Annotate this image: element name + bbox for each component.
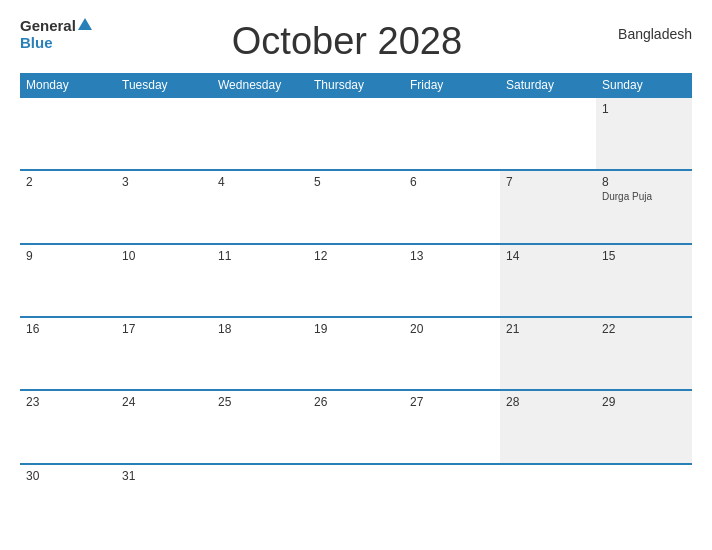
calendar-cell: 21 [500, 318, 596, 389]
calendar-cell [116, 98, 212, 169]
weekday-header: Monday [20, 73, 116, 96]
month-title: October 2028 [92, 20, 602, 63]
calendar-cell [596, 465, 692, 536]
logo-general-text: General [20, 18, 76, 35]
day-number: 2 [26, 175, 110, 189]
calendar-cell: 6 [404, 171, 500, 242]
weekday-header: Tuesday [116, 73, 212, 96]
calendar-cell: 29 [596, 391, 692, 462]
day-number: 15 [602, 249, 686, 263]
calendar-body: 12345678Durga Puja9101112131415161718192… [20, 96, 692, 536]
day-number: 26 [314, 395, 398, 409]
day-number: 1 [602, 102, 686, 116]
day-number: 29 [602, 395, 686, 409]
calendar-row: 16171819202122 [20, 316, 692, 389]
page: General Blue October 2028 Bangladesh Mon… [0, 0, 712, 550]
country-label: Bangladesh [602, 26, 692, 42]
weekday-header: Friday [404, 73, 500, 96]
calendar: MondayTuesdayWednesdayThursdayFridaySatu… [20, 73, 692, 536]
calendar-cell [308, 98, 404, 169]
day-number: 22 [602, 322, 686, 336]
calendar-cell: 14 [500, 245, 596, 316]
calendar-cell: 28 [500, 391, 596, 462]
day-number: 25 [218, 395, 302, 409]
calendar-cell: 9 [20, 245, 116, 316]
day-number: 20 [410, 322, 494, 336]
holiday-label: Durga Puja [602, 191, 686, 202]
calendar-cell: 24 [116, 391, 212, 462]
calendar-cell: 5 [308, 171, 404, 242]
calendar-cell: 10 [116, 245, 212, 316]
calendar-cell: 25 [212, 391, 308, 462]
calendar-cell: 16 [20, 318, 116, 389]
calendar-cell [404, 98, 500, 169]
calendar-cell: 23 [20, 391, 116, 462]
calendar-cell: 8Durga Puja [596, 171, 692, 242]
calendar-cell [20, 98, 116, 169]
calendar-cell [308, 465, 404, 536]
day-number: 16 [26, 322, 110, 336]
calendar-cell [212, 98, 308, 169]
day-number: 24 [122, 395, 206, 409]
day-number: 13 [410, 249, 494, 263]
logo-triangle-icon [78, 18, 92, 30]
calendar-cell: 26 [308, 391, 404, 462]
day-number: 21 [506, 322, 590, 336]
day-number: 9 [26, 249, 110, 263]
calendar-row: 23242526272829 [20, 389, 692, 462]
weekday-header: Thursday [308, 73, 404, 96]
day-number: 8 [602, 175, 686, 189]
day-number: 11 [218, 249, 302, 263]
day-number: 19 [314, 322, 398, 336]
day-number: 28 [506, 395, 590, 409]
calendar-cell: 27 [404, 391, 500, 462]
logo: General Blue [20, 18, 92, 51]
day-number: 7 [506, 175, 590, 189]
logo-blue-text: Blue [20, 35, 53, 52]
calendar-cell: 30 [20, 465, 116, 536]
calendar-cell: 7 [500, 171, 596, 242]
header: General Blue October 2028 Bangladesh [20, 18, 692, 63]
weekday-header: Sunday [596, 73, 692, 96]
calendar-cell: 3 [116, 171, 212, 242]
calendar-cell: 13 [404, 245, 500, 316]
weekday-header: Wednesday [212, 73, 308, 96]
calendar-row: 1 [20, 96, 692, 169]
calendar-row: 3031 [20, 463, 692, 536]
day-number: 30 [26, 469, 110, 483]
calendar-cell: 12 [308, 245, 404, 316]
day-number: 23 [26, 395, 110, 409]
calendar-cell: 20 [404, 318, 500, 389]
day-number: 5 [314, 175, 398, 189]
calendar-row: 9101112131415 [20, 243, 692, 316]
calendar-cell [500, 465, 596, 536]
day-number: 4 [218, 175, 302, 189]
calendar-cell [404, 465, 500, 536]
calendar-header: MondayTuesdayWednesdayThursdayFridaySatu… [20, 73, 692, 96]
day-number: 27 [410, 395, 494, 409]
day-number: 17 [122, 322, 206, 336]
day-number: 18 [218, 322, 302, 336]
calendar-cell: 15 [596, 245, 692, 316]
calendar-cell: 19 [308, 318, 404, 389]
calendar-cell: 2 [20, 171, 116, 242]
day-number: 12 [314, 249, 398, 263]
day-number: 3 [122, 175, 206, 189]
day-number: 6 [410, 175, 494, 189]
weekday-header: Saturday [500, 73, 596, 96]
calendar-cell: 11 [212, 245, 308, 316]
calendar-cell [212, 465, 308, 536]
day-number: 31 [122, 469, 206, 483]
day-number: 14 [506, 249, 590, 263]
calendar-cell: 1 [596, 98, 692, 169]
day-number: 10 [122, 249, 206, 263]
calendar-cell: 22 [596, 318, 692, 389]
calendar-cell: 31 [116, 465, 212, 536]
calendar-cell: 4 [212, 171, 308, 242]
calendar-cell: 17 [116, 318, 212, 389]
calendar-row: 2345678Durga Puja [20, 169, 692, 242]
calendar-cell [500, 98, 596, 169]
calendar-cell: 18 [212, 318, 308, 389]
